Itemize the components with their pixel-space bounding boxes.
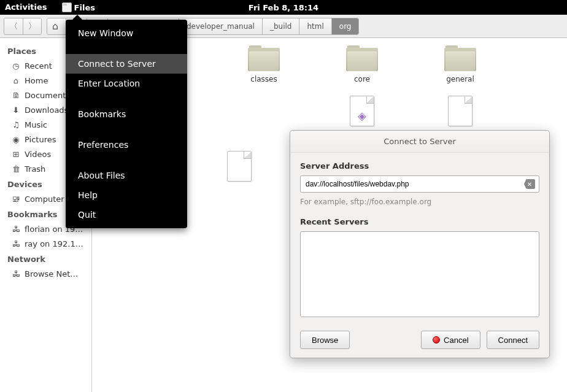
clear-input-icon[interactable]: ✕	[524, 179, 535, 189]
sidebar-downloads-label: Downloads	[25, 106, 68, 115]
sidebar-bookmark-2[interactable]: 🖧ray on 192.1…	[0, 236, 91, 251]
folder-icon	[248, 45, 280, 71]
activities-button[interactable]: Activities	[5, 2, 47, 12]
sidebar-trash-label: Trash	[25, 164, 45, 174]
top-bar: Activities Files Fri Feb 8, 18:14	[0, 0, 567, 15]
folder-classes[interactable]: classes	[227, 45, 301, 83]
back-button[interactable]: 〈	[4, 18, 23, 34]
folder-core[interactable]: core	[325, 45, 399, 83]
files-app-menu[interactable]: Files	[62, 2, 95, 12]
menu-enter-location[interactable]: Enter Location	[66, 74, 187, 93]
browse-button[interactable]: Browse	[300, 331, 350, 349]
js-badge-icon: ◈	[358, 109, 366, 122]
camera-icon: ◉	[11, 134, 21, 144]
server-address-label: Server Address	[300, 161, 539, 171]
breadcrumb-home[interactable]	[47, 18, 66, 34]
file-icon	[448, 96, 472, 126]
sidebar-browse-network-label: Browse Net…	[25, 269, 78, 279]
music-icon: ♫	[11, 120, 21, 129]
sidebar-videos-label: Videos	[25, 150, 51, 159]
menu-help[interactable]: Help	[66, 185, 187, 205]
sidebar-bookmark-2-label: ray on 192.1…	[25, 239, 83, 248]
folder-label: general	[446, 75, 474, 83]
computer-icon: 🖳	[11, 194, 21, 204]
folder-icon	[444, 45, 476, 71]
menu-bookmarks[interactable]: Bookmarks	[66, 104, 187, 124]
nav-buttons: 〈 〉	[4, 18, 42, 35]
file-icon	[227, 151, 252, 182]
file-hidden-3[interactable]	[202, 151, 276, 182]
home-icon	[52, 23, 61, 30]
menu-pointer	[72, 15, 82, 20]
sidebar-computer-label: Computer	[25, 194, 64, 204]
document-icon: 🗎	[11, 90, 21, 100]
server-address-input[interactable]	[306, 180, 524, 188]
breadcrumb-developer-manual[interactable]: developer_manual	[179, 18, 262, 34]
file-icon: ◈	[350, 96, 374, 126]
files-app-label: Files	[74, 3, 95, 12]
chevron-right-icon: 〉	[28, 21, 36, 32]
network-icon: 🖧	[11, 269, 21, 279]
clock[interactable]: Fri Feb 8, 18:14	[249, 3, 318, 12]
dialog-title: Connect to Server	[290, 131, 549, 153]
folder-general[interactable]: general	[423, 45, 497, 83]
server-address-field-wrap: ✕	[300, 175, 539, 193]
folder-label: classes	[250, 75, 277, 83]
address-hint: For example, sftp://foo.example.org	[300, 198, 539, 206]
network-drive-icon: 🖧	[11, 224, 21, 234]
connect-to-server-dialog: Connect to Server Server Address ✕ For e…	[290, 130, 550, 358]
sidebar-home-label: Home	[25, 76, 48, 85]
network-header: Network	[0, 251, 91, 266]
sidebar-pictures-label: Pictures	[25, 135, 56, 144]
menu-preferences[interactable]: Preferences	[66, 135, 187, 155]
forward-button[interactable]: 〉	[23, 18, 41, 34]
cancel-button[interactable]: Cancel	[421, 331, 480, 349]
recent-servers-label: Recent Servers	[300, 217, 539, 226]
breadcrumb-html[interactable]: html	[299, 18, 331, 34]
breadcrumb-org[interactable]: org	[331, 18, 359, 34]
stop-icon	[433, 336, 440, 344]
trash-icon: 🗑	[11, 164, 21, 174]
connect-button[interactable]: Connect	[487, 331, 539, 349]
sidebar-documents-label: Documents	[25, 91, 70, 100]
home-icon: ⌂	[11, 75, 21, 85]
sidebar-recent-label: Recent	[25, 61, 52, 71]
video-icon: ⊞	[11, 149, 21, 159]
folder-label: core	[354, 75, 370, 83]
menu-about[interactable]: About Files	[66, 166, 187, 185]
menu-connect-to-server[interactable]: Connect to Server	[66, 54, 187, 74]
sidebar-browse-network[interactable]: 🖧Browse Net…	[0, 266, 91, 281]
menu-quit[interactable]: Quit	[66, 205, 187, 225]
breadcrumb-build[interactable]: _build	[262, 18, 299, 34]
cancel-label: Cancel	[444, 336, 468, 345]
recent-servers-list[interactable]	[300, 231, 539, 317]
folder-icon	[346, 45, 378, 71]
chevron-left-icon: 〈	[10, 21, 18, 32]
download-icon: ⬇	[11, 105, 21, 115]
files-app-icon	[62, 2, 72, 12]
clock-icon: ◷	[11, 61, 21, 71]
sidebar-music-label: Music	[25, 120, 47, 129]
menu-new-window[interactable]: New Window	[66, 23, 187, 43]
network-drive-icon: 🖧	[11, 239, 21, 248]
app-menu: New Window Connect to Server Enter Locat…	[66, 20, 187, 228]
